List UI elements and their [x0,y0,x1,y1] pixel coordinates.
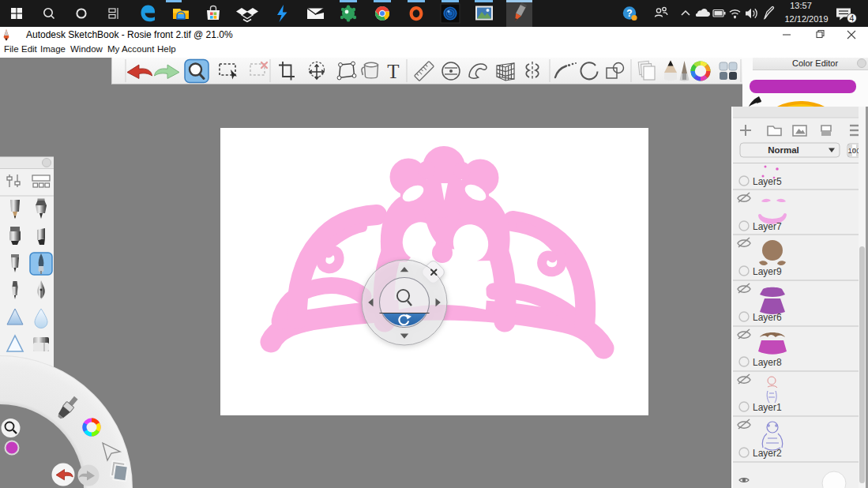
svg-text:T: T [387,61,399,82]
svg-text:Layer1: Layer1 [753,402,782,413]
svg-text:13:57: 13:57 [790,1,812,10]
svg-text:Layer8: Layer8 [753,357,782,368]
svg-text:Layer5: Layer5 [753,176,782,187]
svg-text:Layer2: Layer2 [753,448,782,459]
svg-text:Layer9: Layer9 [753,266,782,277]
svg-text:4: 4 [850,13,855,23]
svg-text:Layer6: Layer6 [753,312,782,323]
svg-text:12/12/2019: 12/12/2019 [784,14,828,24]
svg-text:Normal: Normal [768,145,799,155]
svg-text:Layer7: Layer7 [753,221,782,232]
